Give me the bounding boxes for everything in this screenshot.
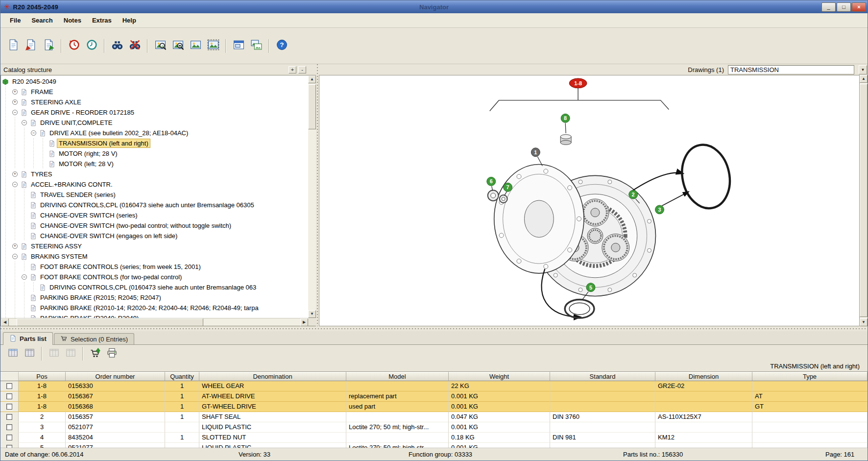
menu-help[interactable]: Help xyxy=(117,13,142,28)
tree-item[interactable]: −GEAR DRIVE - REORDER 0172185 xyxy=(1,107,308,118)
tree-item[interactable]: +FRAME xyxy=(1,87,308,97)
drawing-vertical-scrollbar[interactable]: ▲ ▼ xyxy=(860,75,868,326)
column-header-type[interactable]: Type xyxy=(752,372,868,381)
tree-vscroll-thumb[interactable] xyxy=(308,84,316,129)
tree-item[interactable]: R20 2045-2049 xyxy=(1,76,308,87)
scroll-down-icon[interactable]: ▼ xyxy=(860,318,868,326)
zoom-out-button[interactable] xyxy=(169,38,186,54)
tree-item[interactable]: TRANSMISSION (left and right) xyxy=(1,138,308,148)
maximize-button[interactable]: □ xyxy=(837,2,851,12)
table-row[interactable]: 1-801563681GT-WHEEL DRIVEused part0.001 … xyxy=(0,402,868,412)
help-button[interactable]: ? xyxy=(273,38,290,54)
scroll-right-icon[interactable]: ▶ xyxy=(300,318,308,326)
scroll-up-icon[interactable]: ▲ xyxy=(308,75,316,83)
expand-icon[interactable]: + xyxy=(12,171,18,177)
expand-icon[interactable]: + xyxy=(12,99,18,105)
callout-3[interactable]: 3 xyxy=(655,205,664,214)
table-row[interactable]: 484352041SLOTTED NUT0.18 KGDIN 981KM12 xyxy=(0,433,868,443)
tree-item[interactable]: −FOOT BRAKE CONTROLS (for two-pedal cont… xyxy=(1,272,308,282)
window-view-button[interactable] xyxy=(230,38,247,54)
column-header-dimension[interactable]: Dimension xyxy=(655,372,752,381)
add-to-cart-button[interactable] xyxy=(87,347,103,361)
print-button[interactable] xyxy=(104,347,120,361)
collapse-icon[interactable]: − xyxy=(12,110,18,115)
column-header-quantity[interactable]: Quantity xyxy=(165,372,199,381)
search-button[interactable] xyxy=(109,38,125,54)
history-forward-button[interactable] xyxy=(83,38,100,54)
scroll-left-icon[interactable]: ◀ xyxy=(1,318,9,326)
minimize-button[interactable]: _ xyxy=(821,2,836,12)
expand-icon[interactable]: + xyxy=(12,89,18,95)
collapse-icon[interactable]: − xyxy=(12,182,18,187)
tab-parts-list[interactable]: Parts list xyxy=(3,332,53,345)
row-checkbox[interactable] xyxy=(6,414,12,420)
image-pair-button[interactable] xyxy=(248,38,265,54)
table-row[interactable]: 1-801563301WHEEL GEAR22 KGGR2E-02 xyxy=(0,381,868,391)
menu-file[interactable]: File xyxy=(4,13,26,28)
menu-notes[interactable]: Notes xyxy=(58,13,87,28)
column-header-denomination[interactable]: Denomination xyxy=(199,372,346,381)
tree-item[interactable]: +STEERING ASSY xyxy=(1,241,308,251)
table-row[interactable]: 1-801563671AT-WHEEL DRIVEreplacement par… xyxy=(0,391,868,402)
drawing-selector[interactable]: TRANSMISSION xyxy=(728,65,854,74)
expand-icon[interactable]: + xyxy=(12,243,18,249)
row-checkbox[interactable] xyxy=(6,404,12,410)
cancel-search-button[interactable] xyxy=(126,38,143,54)
tree-item[interactable]: +STEERING AXLE xyxy=(1,97,308,107)
balloon-1-8[interactable]: 1-8 xyxy=(569,78,587,88)
export-selection-button[interactable] xyxy=(63,347,78,361)
tree-item[interactable]: PARKING BRAKE (R2015; R2045; R2047) xyxy=(1,292,308,303)
tree-item[interactable]: MOTOR (right; 28 V) xyxy=(1,148,308,159)
column-header-standard[interactable]: Standard xyxy=(550,372,655,381)
chevron-down-icon[interactable]: ▼ xyxy=(859,65,867,74)
table-row[interactable]: 201563571SHAFT SEAL0.047 KGDIN 3760AS-11… xyxy=(0,412,868,422)
row-checkbox[interactable] xyxy=(6,383,12,389)
tree-item[interactable]: −DRIVE UNIT,COMPLETE xyxy=(1,118,308,128)
copy-selection-button[interactable] xyxy=(46,347,62,361)
row-checkbox[interactable] xyxy=(6,393,12,399)
column-header-model[interactable]: Model xyxy=(346,372,449,381)
collapse-icon[interactable]: − xyxy=(22,120,27,125)
row-checkbox[interactable] xyxy=(6,424,12,430)
fit-image-button[interactable] xyxy=(205,38,221,54)
tree-item[interactable]: −DRIVE AXLE (see bulletin 2002_28; AE18-… xyxy=(1,128,308,138)
document-import-button[interactable] xyxy=(23,38,39,54)
column-header-order-number[interactable]: Order number xyxy=(66,372,165,381)
tree-item[interactable]: MOTOR (left; 28 V) xyxy=(1,159,308,169)
callout-1[interactable]: 1 xyxy=(531,148,540,157)
tree-item[interactable]: DRIVING CONTROLS,CPL (0160473 siehe auch… xyxy=(1,282,308,292)
horizontal-splitter[interactable] xyxy=(0,326,868,331)
document-button[interactable] xyxy=(5,38,22,54)
tree-vertical-scrollbar[interactable]: ▲ ▼ xyxy=(308,75,316,318)
tree-item[interactable]: PARKING BRAKE (R2010-14; R2020-24; R2040… xyxy=(1,303,308,313)
collapse-all-button[interactable]: - xyxy=(298,66,306,73)
callout-2[interactable]: 2 xyxy=(629,190,638,199)
scroll-up-icon[interactable]: ▲ xyxy=(860,75,868,83)
tree-item[interactable]: PARKING BRAKE (R2040; R2049) xyxy=(1,313,308,318)
collapse-icon[interactable]: − xyxy=(22,274,27,280)
scroll-down-icon[interactable]: ▼ xyxy=(308,310,316,318)
history-back-button[interactable] xyxy=(66,38,82,54)
image-view-button[interactable] xyxy=(187,38,204,54)
row-checkbox[interactable] xyxy=(6,435,12,440)
table-row[interactable]: 50521077LIQUID PLASTICLoctite 270; 50 ml… xyxy=(0,443,868,448)
expand-all-button[interactable]: + xyxy=(289,66,296,73)
unmark-all-rows-button[interactable] xyxy=(22,347,37,361)
document-export-button[interactable] xyxy=(40,38,57,54)
tree-item[interactable]: −BRAKING SYSTEM xyxy=(1,251,308,262)
callout-5[interactable]: 5 xyxy=(586,283,595,292)
tree-item[interactable]: CHANGE-OVER SWITCH (engages on left side… xyxy=(1,231,308,241)
collapse-icon[interactable]: − xyxy=(12,254,18,259)
tree-item[interactable]: CHANGE-OVER SWITCH (series) xyxy=(1,210,308,220)
mark-all-rows-button[interactable] xyxy=(5,347,21,361)
tree-item[interactable]: −ACCEL.+BRAKING CONTR. xyxy=(1,179,308,190)
close-button[interactable]: × xyxy=(852,2,866,12)
tree-item[interactable]: TRAVEL SENDER (series) xyxy=(1,190,308,200)
tab-selection-0-entries-[interactable]: Selection (0 Entries) xyxy=(54,333,134,344)
column-header-weight[interactable]: Weight xyxy=(449,372,550,381)
zoom-selection-button[interactable] xyxy=(152,38,169,54)
tree-item[interactable]: FOOT BRAKE CONTROLS (series; from week 1… xyxy=(1,262,308,272)
collapse-icon[interactable]: − xyxy=(31,130,36,136)
drawing-vscroll-thumb[interactable] xyxy=(860,84,868,317)
tree-item[interactable]: CHANGE-OVER SWITCH (two-pedal control; w… xyxy=(1,220,308,231)
